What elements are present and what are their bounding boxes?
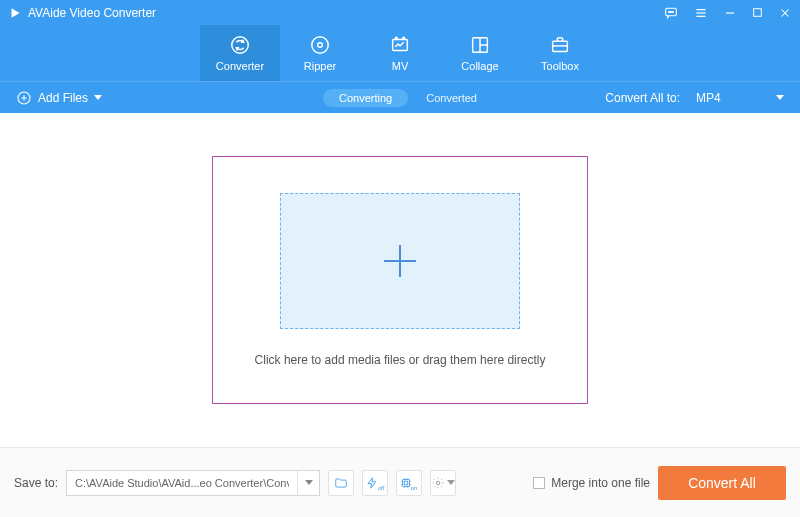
toolbox-icon [549,34,571,56]
svg-rect-29 [402,479,409,486]
play-logo-icon [8,6,22,20]
nav-label: Ripper [304,60,336,72]
output-format-select[interactable]: MP4 [690,89,790,107]
add-files-label: Add Files [38,91,88,105]
nav-label: MV [392,60,409,72]
nav-converter[interactable]: Converter [200,25,280,81]
svg-point-12 [232,37,249,54]
merge-label: Merge into one file [551,476,650,490]
open-folder-button[interactable] [328,470,354,496]
plus-icon [376,237,424,285]
minimize-icon[interactable] [723,6,737,20]
folder-icon [334,476,348,490]
status-tabs: Converting Converted [323,89,477,107]
convert-all-button[interactable]: Convert All [658,466,786,500]
menu-icon[interactable] [693,5,709,21]
selected-format: MP4 [696,91,721,105]
lightning-icon [365,476,379,490]
tab-converting[interactable]: Converting [323,89,408,107]
nav-mv[interactable]: MV [360,25,440,81]
save-path-input[interactable] [67,477,297,489]
save-path-dropdown[interactable] [297,471,319,495]
close-icon[interactable] [778,6,792,20]
dropzone-inner [280,193,520,329]
mv-icon [389,34,411,56]
feedback-icon[interactable] [663,5,679,21]
svg-marker-28 [368,477,376,488]
svg-point-2 [668,11,669,12]
merge-checkbox[interactable]: Merge into one file [533,476,650,490]
svg-rect-9 [754,9,762,17]
svg-rect-30 [404,481,408,485]
footer-bar: Save to: off on Merge into one file Conv… [0,447,800,517]
svg-point-17 [403,37,405,39]
maximize-icon[interactable] [751,6,764,19]
chevron-down-icon [776,95,784,100]
collage-icon [469,34,491,56]
convert-all-to-label: Convert All to: [605,91,680,105]
gpu-button[interactable]: on [396,470,422,496]
sub-toolbar: Add Files Converting Converted Convert A… [0,81,800,113]
save-path-box [66,470,320,496]
checkbox-icon [533,477,545,489]
dropzone[interactable]: Click here to add media files or drag th… [212,156,588,404]
nav-label: Toolbox [541,60,579,72]
window-controls [663,5,792,21]
chevron-down-icon [447,480,455,485]
chevron-down-icon [305,480,313,485]
svg-point-13 [312,37,329,54]
tab-converted[interactable]: Converted [426,92,477,104]
svg-point-4 [672,11,673,12]
svg-point-3 [670,11,671,12]
app-logo: AVAide Video Converter [8,6,156,20]
converter-icon [229,34,251,56]
plus-circle-icon [16,90,32,106]
titlebar: AVAide Video Converter [0,0,800,25]
dropzone-text: Click here to add media files or drag th… [255,353,546,367]
nav-label: Collage [461,60,498,72]
app-title: AVAide Video Converter [28,6,156,20]
nav-toolbox[interactable]: Toolbox [520,25,600,81]
save-to-label: Save to: [14,476,58,490]
nav-collage[interactable]: Collage [440,25,520,81]
svg-point-39 [436,481,440,485]
settings-button[interactable] [430,470,456,496]
svg-point-16 [395,37,397,39]
main-area: Click here to add media files or drag th… [0,113,800,447]
nav-ripper[interactable]: Ripper [280,25,360,81]
svg-point-14 [318,43,323,48]
chevron-down-icon [94,95,102,100]
gear-icon [431,476,445,490]
svg-marker-0 [12,8,20,17]
main-nav: Converter Ripper MV Collage Toolbox [0,25,800,81]
add-files-button[interactable]: Add Files [10,87,108,109]
ripper-icon [309,34,331,56]
nav-label: Converter [216,60,264,72]
hw-accel-button[interactable]: off [362,470,388,496]
